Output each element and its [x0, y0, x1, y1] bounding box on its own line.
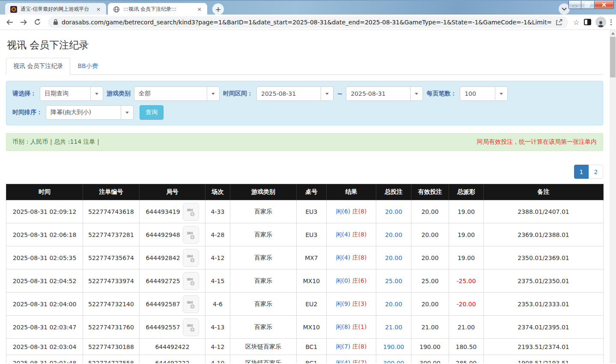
- cell-game: 百家乐: [230, 269, 297, 293]
- bet-records-table: 时间 注单编号 局号 场次 游戏类别 桌号 结果 总投注 有效投注 总派彩 备注: [6, 184, 604, 363]
- cell-bet-id: 522774733974: [83, 269, 140, 293]
- cell-remark: 2193.51/2374.01: [484, 339, 604, 355]
- date-end-select[interactable]: 2025-08-31: [346, 86, 423, 101]
- tilde-separator: ~: [337, 90, 342, 98]
- cell-total-bet[interactable]: 190.00: [376, 339, 411, 355]
- cell-total-bet[interactable]: 20.00: [376, 246, 411, 269]
- cell-total-bet[interactable]: 20.00: [376, 293, 411, 316]
- video-replay-button[interactable]: [183, 203, 199, 221]
- cell-bet-id: 522774743618: [83, 200, 140, 223]
- cell-table: EU2: [297, 293, 327, 316]
- cell-total-bet[interactable]: 21.00: [376, 316, 411, 339]
- pagination-row: 1 2: [6, 165, 603, 179]
- cell-round: 644492948: [140, 223, 205, 246]
- cell-bet-id: 522774727558: [83, 355, 140, 364]
- menu-dots-icon[interactable]: [610, 18, 612, 26]
- tab-bb-tips[interactable]: BB小费: [70, 58, 105, 75]
- cell-table: EU3: [297, 223, 327, 246]
- table-row: 2025-08-31 02:01:48 522774727558 6444922…: [6, 355, 604, 364]
- cell-valid-bet: 21.00: [411, 316, 449, 339]
- back-button[interactable]: [4, 17, 15, 28]
- video-replay-icon: [186, 299, 196, 310]
- video-replay-button[interactable]: [183, 249, 199, 267]
- profile-avatar[interactable]: [595, 17, 606, 27]
- tab-bet-records[interactable]: 视讯 会员下注纪录: [6, 58, 70, 75]
- video-replay-button[interactable]: [183, 272, 199, 290]
- header-table: 桌号: [297, 184, 327, 200]
- tab-close-icon[interactable]: ×: [95, 6, 102, 13]
- query-type-select[interactable]: 日期查询: [40, 86, 103, 101]
- round-number: 644493419: [146, 208, 180, 215]
- cell-bet-id: 522774730188: [83, 339, 140, 355]
- page-content: 视讯 会员下注纪录 视讯 会员下注纪录 BB小费 请选择： 日期查询 游戏类别 …: [0, 30, 616, 363]
- cell-result: 闲(7) 庄(8): [327, 339, 376, 355]
- browser-tab-1[interactable]: 通宝-信誉最好的网上游戏平台 ×: [5, 3, 106, 15]
- scroll-up-arrow[interactable]: [610, 30, 616, 37]
- page-2-button[interactable]: 2: [589, 165, 603, 179]
- browser-tab-2-active[interactable]: :::视讯 会员下注纪录::: ×: [108, 3, 207, 15]
- tab-close-icon[interactable]: ×: [196, 6, 203, 13]
- cell-bet-id: 522774735674: [83, 246, 140, 269]
- address-bar[interactable]: dorasabs.com/game/betrecord_search/kind3…: [48, 16, 568, 28]
- pagination: 1 2: [574, 165, 603, 179]
- summary-notice: 同局有效投注，统一计算在该局第一张注单内: [477, 138, 597, 146]
- share-icon[interactable]: [555, 19, 563, 26]
- window-controls: [568, 1, 614, 9]
- table-row: 2025-08-31 02:06:18 522774737281 6444929…: [6, 223, 604, 246]
- game-type-select[interactable]: 全部: [134, 86, 220, 101]
- cell-time: 2025-08-31 02:03:04: [6, 339, 83, 355]
- cell-game: 百家乐: [230, 316, 297, 339]
- video-replay-button[interactable]: [183, 318, 199, 336]
- dropdown-caret-icon: [90, 87, 103, 101]
- maximize-button[interactable]: [581, 1, 594, 9]
- cell-remark: 2350.01/2369.01: [484, 246, 604, 269]
- cell-bet-id: 522774732140: [83, 293, 140, 316]
- cell-valid-bet: 20.00: [411, 246, 449, 269]
- new-tab-button[interactable]: +: [212, 3, 224, 15]
- video-replay-icon: [186, 206, 196, 217]
- browser-window: 通宝-信誉最好的网上游戏平台 × :::视讯 会员下注纪录::: × +: [0, 0, 616, 364]
- table-row: 2025-08-31 02:05:35 522774735674 6444928…: [6, 246, 604, 269]
- header-remark: 备注: [484, 184, 604, 200]
- header-total-bet: 总投注: [376, 184, 411, 200]
- bookmark-star-icon[interactable]: ☆: [573, 18, 580, 27]
- video-replay-button[interactable]: [183, 226, 199, 244]
- scrollbar-thumb[interactable]: [610, 37, 616, 77]
- page-1-button[interactable]: 1: [574, 165, 589, 179]
- minimize-button[interactable]: [568, 1, 581, 9]
- video-replay-icon: [186, 229, 196, 240]
- per-page-select[interactable]: 100: [460, 86, 508, 101]
- cell-table: MX10: [297, 269, 327, 293]
- cell-time: 2025-08-31 02:05:35: [6, 246, 83, 269]
- forward-icon: [20, 19, 27, 26]
- round-number: 644492725: [146, 278, 180, 284]
- url-text: dorasabs.com/game/betrecord_search/kind3…: [62, 19, 552, 26]
- search-button[interactable]: 查询: [140, 105, 164, 120]
- forward-button[interactable]: [18, 17, 29, 28]
- select-type-label: 请选择：: [12, 90, 36, 98]
- cell-session: 4-12: [205, 339, 230, 355]
- reload-button[interactable]: [32, 17, 43, 28]
- cell-session: 4-13: [205, 316, 230, 339]
- cell-bet-id: 522774737281: [83, 223, 140, 246]
- cell-total-bet[interactable]: 20.00: [376, 223, 411, 246]
- side-panel-icon[interactable]: [584, 19, 591, 25]
- sort-select[interactable]: 降幂(由大到小): [46, 105, 134, 120]
- cell-remark: 2388.01/2407.01: [484, 200, 604, 223]
- cell-total-bet[interactable]: 25.00: [376, 269, 411, 293]
- cell-total-bet[interactable]: 20.00: [376, 200, 411, 223]
- date-start-select[interactable]: 2025-08-31: [256, 86, 333, 101]
- minimize-icon: [571, 2, 579, 8]
- video-replay-button[interactable]: [183, 295, 199, 313]
- scrollbar[interactable]: [610, 30, 616, 363]
- dropdown-caret-icon: [121, 106, 133, 119]
- reload-icon: [34, 18, 41, 26]
- cell-table: MX7: [297, 246, 327, 269]
- close-button[interactable]: [594, 1, 614, 9]
- dropdown-caret-icon: [321, 87, 333, 101]
- cell-total-bet[interactable]: 300.00: [376, 355, 411, 364]
- date-range-label: 时间区间：: [223, 90, 253, 98]
- sort-label: 时间排序：: [12, 109, 42, 116]
- table-row: 2025-08-31 02:04:00 522774732140 6444925…: [6, 293, 604, 316]
- round-number: 644492948: [146, 231, 180, 238]
